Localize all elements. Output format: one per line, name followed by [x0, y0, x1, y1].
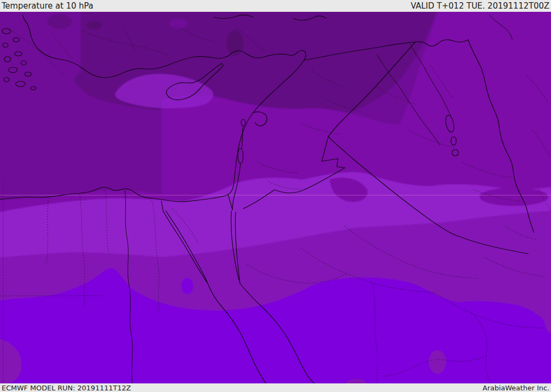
valid-time-label: VALID T+012 TUE. 20191112T00Z [411, 1, 549, 11]
cold-blob [74, 68, 119, 92]
temp-band-tongue [479, 188, 548, 206]
weather-map [0, 12, 551, 383]
cold-blob [227, 30, 244, 56]
header-bar: Temperature at 10 hPa VALID T+012 TUE. 2… [0, 0, 551, 12]
weather-map-canvas [0, 12, 551, 383]
provider-credit: ArabiaWeather Inc. [483, 384, 549, 392]
temp-band-medium-patch [429, 350, 446, 374]
temp-band-bright-spot [181, 278, 193, 294]
model-run-label: ECMWF MODEL RUN: 20191111T12Z [2, 384, 131, 392]
page-title: Temperature at 10 hPa [2, 1, 94, 11]
weather-product-screen: Temperature at 10 hPa VALID T+012 TUE. 2… [0, 0, 551, 392]
warm-spot [169, 19, 188, 28]
cold-blob [87, 21, 102, 30]
footer-bar: ECMWF MODEL RUN: 20191111T12Z ArabiaWeat… [0, 383, 551, 392]
cold-blob [47, 14, 72, 29]
temperature-bands [0, 12, 551, 383]
